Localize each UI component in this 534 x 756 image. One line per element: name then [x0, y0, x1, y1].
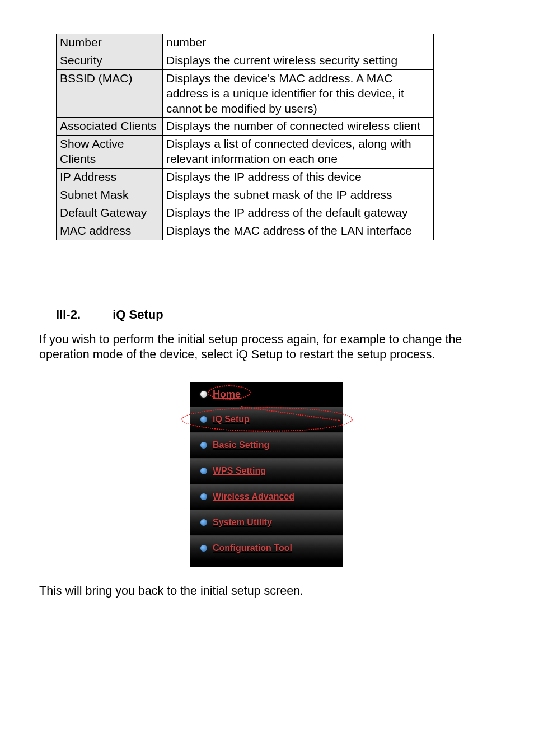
row-value: Displays the subnet mask of the IP addre…	[163, 186, 434, 204]
bullet-icon	[200, 416, 207, 423]
device-info-table: Number number Security Displays the curr…	[56, 34, 434, 240]
bullet-icon	[200, 545, 207, 552]
row-label: BSSID (MAC)	[57, 69, 163, 118]
table-row: IP Address Displays the IP address of th…	[57, 169, 434, 186]
section-heading-iq-setup: III-2. iQ Setup	[56, 307, 495, 322]
menu-label: System Utility	[213, 517, 272, 528]
row-value: number	[163, 34, 434, 52]
menu-label: Configuration Tool	[213, 543, 292, 553]
table-row: Security Displays the current wireless s…	[57, 52, 434, 69]
table-row: Associated Clients Displays the number o…	[57, 118, 434, 136]
row-value: Displays the current wireless security s…	[163, 52, 434, 69]
table-row: Show Active Clients Displays a list of c…	[57, 136, 434, 169]
intro-paragraph: If you wish to perform the initial setup…	[39, 332, 495, 363]
row-value: Displays the number of connected wireles…	[163, 118, 434, 136]
row-label: Number	[57, 34, 163, 52]
menu-label: Wireless Advanced	[213, 492, 294, 502]
menu-label: WPS Setting	[213, 466, 266, 476]
bullet-icon	[200, 493, 207, 500]
menu-item-wireless-advanced[interactable]: Wireless Advanced	[190, 484, 343, 510]
menu-label: Basic Setting	[213, 440, 269, 450]
menu-item-wps-setting[interactable]: WPS Setting	[190, 458, 343, 484]
row-label: IP Address	[57, 169, 163, 186]
table-row: Number number	[57, 34, 434, 52]
row-label: Subnet Mask	[57, 186, 163, 204]
row-value: Displays a list of connected devices, al…	[163, 136, 434, 169]
navigation-menu-screenshot: Home iQ Setup Basic Setting WPS Setting …	[180, 374, 354, 567]
heading-number: III-2.	[56, 307, 109, 322]
table-row: Subnet Mask Displays the subnet mask of …	[57, 186, 434, 204]
row-value: Displays the MAC address of the LAN inte…	[163, 222, 434, 240]
row-label: Security	[57, 52, 163, 69]
menu-item-system-utility[interactable]: System Utility	[190, 510, 343, 535]
menu-item-configuration-tool[interactable]: Configuration Tool	[190, 535, 343, 561]
row-value: Displays the device's MAC address. A MAC…	[163, 69, 434, 118]
menu-item-home[interactable]: Home	[190, 382, 343, 407]
row-label: Default Gateway	[57, 204, 163, 222]
table-row: Default Gateway Displays the IP address …	[57, 204, 434, 222]
row-label: MAC address	[57, 222, 163, 240]
bullet-icon	[200, 442, 207, 449]
table-row: BSSID (MAC) Displays the device's MAC ad…	[57, 69, 434, 118]
row-value: Displays the IP address of the default g…	[163, 204, 434, 222]
closing-paragraph: This will bring you back to the initial …	[39, 584, 495, 599]
bullet-icon	[200, 391, 207, 398]
heading-title: iQ Setup	[113, 307, 163, 321]
menu-item-basic-setting[interactable]: Basic Setting	[190, 432, 343, 458]
menu-label: Home	[213, 389, 241, 400]
row-label: Show Active Clients	[57, 136, 163, 169]
menu-label: iQ Setup	[213, 414, 250, 424]
row-label: Associated Clients	[57, 118, 163, 136]
table-row: MAC address Displays the MAC address of …	[57, 222, 434, 240]
bullet-icon	[200, 519, 207, 526]
row-value: Displays the IP address of this device	[163, 169, 434, 186]
bullet-icon	[200, 468, 207, 474]
